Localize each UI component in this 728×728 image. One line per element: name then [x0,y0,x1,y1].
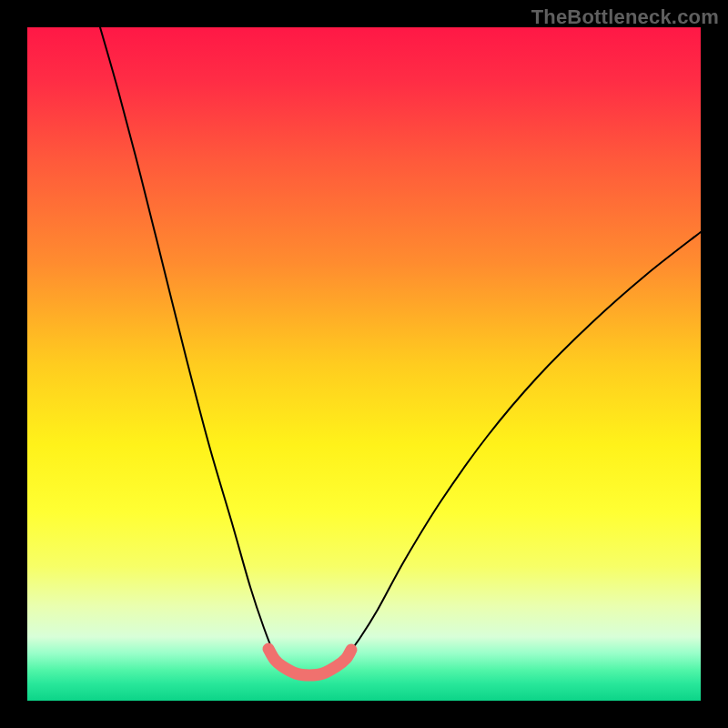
watermark: TheBottleneck.com [531,5,719,29]
chart-svg [27,27,701,701]
chart-frame [27,27,701,701]
